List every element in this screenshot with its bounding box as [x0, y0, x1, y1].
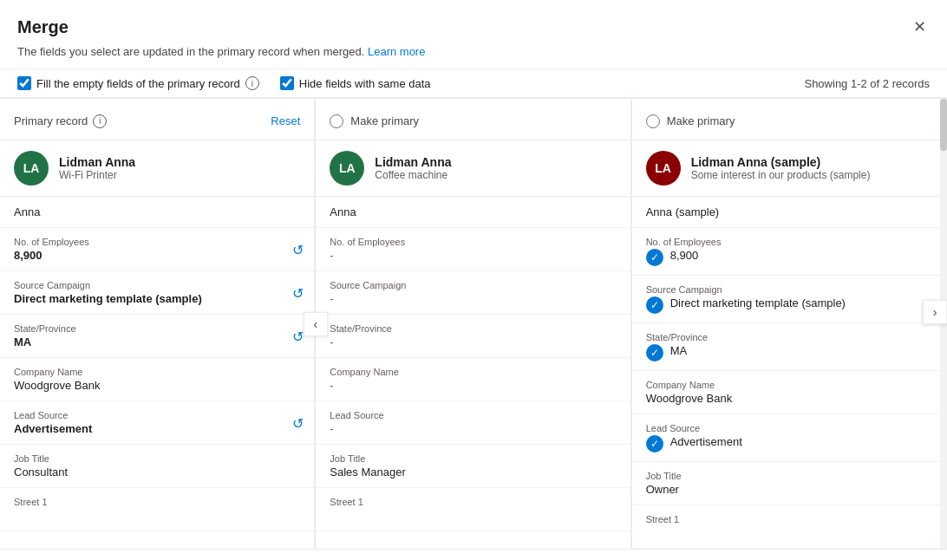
- modal-header: Merge ✕: [0, 0, 947, 43]
- primary-record-name: Lidman Anna: [59, 155, 135, 169]
- fill-empty-info-icon: i: [245, 76, 259, 90]
- primary-label: Primary record i: [14, 114, 107, 128]
- reset-link[interactable]: Reset: [271, 114, 300, 127]
- make-primary-2-text: Make primary: [667, 114, 735, 127]
- check-icon-lead-source: ✓: [646, 435, 663, 453]
- column-secondary-1: Make primary LA Lidman Anna Coffee machi…: [316, 99, 630, 549]
- check-icon-state: ✓: [646, 344, 663, 361]
- primary-simple-name: Anna: [0, 197, 314, 228]
- options-bar: Fill the empty fields of the primary rec…: [0, 68, 947, 98]
- secondary1-record-name: Lidman Anna: [375, 155, 451, 169]
- secondary2-field-employees: No. of Employees ✓ 8,900: [632, 228, 946, 276]
- hide-same-checkbox[interactable]: [280, 76, 294, 90]
- secondary1-record-sub: Coffee machine: [375, 169, 451, 181]
- primary-record-sub: Wi-Fi Printer: [59, 169, 135, 181]
- secondary2-avatar: LA: [646, 151, 681, 186]
- primary-record-info: LA Lidman Anna Wi-Fi Printer: [0, 140, 314, 197]
- secondary2-field-job-title: Job Title Owner: [632, 462, 946, 505]
- secondary2-field-state: State/Province ✓ MA: [632, 323, 946, 371]
- check-icon-source-campaign: ✓: [646, 296, 663, 314]
- records-count: Showing 1-2 of 2 records: [804, 77, 930, 90]
- secondary2-record-name: Lidman Anna (sample): [691, 155, 871, 169]
- merge-modal: Merge ✕ The fields you select are update…: [0, 0, 947, 560]
- primary-field-street1: Street 1: [0, 488, 314, 531]
- learn-more-link[interactable]: Learn more: [368, 45, 425, 58]
- nav-right-arrow[interactable]: ›: [923, 300, 947, 324]
- bottom-bar: Merge Back: [0, 549, 947, 560]
- primary-column-header: Primary record i Reset: [0, 99, 314, 140]
- modal-title: Merge: [17, 17, 69, 37]
- modal-subtitle: The fields you select are updated in the…: [0, 43, 947, 68]
- secondary2-field-company: Company Name Woodgrove Bank: [632, 371, 946, 414]
- primary-field-job-title: Job Title Consultant: [0, 445, 314, 488]
- primary-avatar: LA: [14, 151, 49, 186]
- secondary1-field-job-title: Job Title Sales Manager: [316, 445, 630, 488]
- fill-empty-checkbox-label[interactable]: Fill the empty fields of the primary rec…: [17, 76, 259, 90]
- primary-field-state: State/Province MA ↺: [0, 315, 314, 358]
- right-nav-container: ›: [923, 312, 947, 336]
- hide-same-checkbox-label[interactable]: Hide fields with same data: [280, 76, 431, 90]
- secondary2-record-details: Lidman Anna (sample) Some interest in ou…: [691, 155, 871, 181]
- close-button[interactable]: ✕: [910, 14, 930, 40]
- secondary1-field-employees: No. of Employees -: [316, 228, 630, 271]
- column-primary: Primary record i Reset LA Lidman Anna Wi…: [0, 99, 315, 549]
- secondary2-record-sub: Some interest in our products (sample): [691, 169, 871, 181]
- secondary2-column-header: Make primary: [632, 99, 946, 140]
- primary-record-details: Lidman Anna Wi-Fi Printer: [59, 155, 135, 181]
- secondary1-field-source-campaign: Source Campaign -: [316, 271, 630, 315]
- secondary1-field-company: Company Name -: [316, 358, 630, 401]
- revert-source-campaign-button[interactable]: ↺: [292, 284, 304, 301]
- secondary2-field-lead-source: Lead Source ✓ Advertisement: [632, 414, 946, 462]
- revert-state-button[interactable]: ↺: [292, 328, 304, 344]
- primary-field-source-campaign: Source Campaign Direct marketing templat…: [0, 271, 314, 315]
- fill-empty-label: Fill the empty fields of the primary rec…: [36, 77, 240, 90]
- secondary1-field-street1: Street 1: [316, 488, 630, 531]
- secondary1-record-details: Lidman Anna Coffee machine: [375, 155, 451, 181]
- primary-info-icon: i: [93, 114, 107, 128]
- primary-field-company: Company Name Woodgrove Bank: [0, 358, 314, 401]
- revert-lead-source-button[interactable]: ↺: [292, 414, 304, 431]
- columns-wrapper: Primary record i Reset LA Lidman Anna Wi…: [0, 98, 947, 549]
- primary-field-lead-source: Lead Source Advertisement ↺: [0, 401, 314, 445]
- secondary2-field-source-campaign: Source Campaign ✓ Direct marketing templ…: [632, 276, 946, 323]
- make-primary-2-label[interactable]: Make primary: [646, 114, 735, 128]
- scroll-thumb: [940, 99, 947, 151]
- secondary2-field-street1: Street 1: [632, 505, 946, 549]
- secondary1-simple-name: Anna: [316, 197, 630, 228]
- secondary1-column-header: Make primary: [316, 99, 630, 140]
- make-primary-2-radio[interactable]: [646, 114, 660, 128]
- close-icon: ✕: [913, 17, 926, 36]
- check-icon-employees: ✓: [646, 249, 663, 266]
- secondary2-simple-name: Anna (sample): [632, 197, 946, 228]
- make-primary-1-label[interactable]: Make primary: [330, 114, 419, 128]
- revert-employees-button[interactable]: ↺: [292, 241, 304, 257]
- hide-same-label: Hide fields with same data: [299, 77, 431, 90]
- primary-field-employees: No. of Employees 8,900 ↺: [0, 228, 314, 271]
- secondary1-avatar: LA: [330, 151, 364, 186]
- primary-record-label: Primary record: [14, 114, 88, 127]
- secondary2-record-info: LA Lidman Anna (sample) Some interest in…: [632, 140, 946, 197]
- nav-left-arrow[interactable]: ‹: [304, 312, 328, 336]
- secondary1-record-info: LA Lidman Anna Coffee machine: [316, 140, 630, 197]
- secondary1-field-lead-source: Lead Source -: [316, 401, 630, 445]
- make-primary-1-radio[interactable]: [330, 114, 343, 128]
- fill-empty-checkbox[interactable]: [17, 76, 31, 90]
- secondary1-field-state: State/Province -: [316, 315, 630, 358]
- column-secondary-2: Make primary LA Lidman Anna (sample) Som…: [632, 99, 947, 549]
- make-primary-1-text: Make primary: [350, 114, 419, 127]
